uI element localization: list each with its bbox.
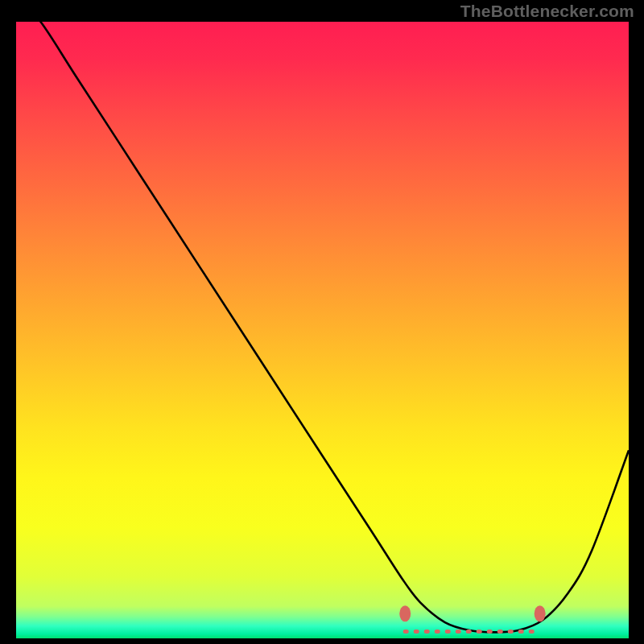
bottleneck-chart	[0, 0, 644, 644]
range-marker	[535, 605, 546, 621]
chart-container: TheBottlenecker.com	[0, 0, 644, 644]
range-marker	[399, 605, 411, 621]
gradient-background	[16, 22, 629, 638]
watermark-text: TheBottlenecker.com	[460, 2, 634, 21]
